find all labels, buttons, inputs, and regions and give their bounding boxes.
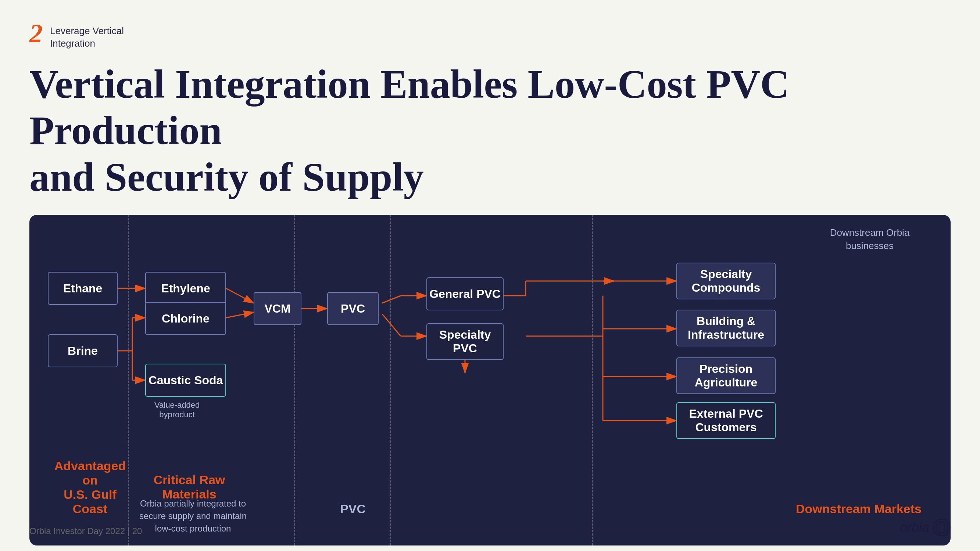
svg-line-7 bbox=[226, 288, 254, 303]
brine-box: Brine bbox=[48, 334, 118, 367]
external-pvc-box: External PVC Customers bbox=[676, 402, 776, 439]
chlorine-box: Chlorine bbox=[145, 302, 226, 335]
svg-point-24 bbox=[936, 522, 948, 534]
specialty-pvc-box: Specialty PVC bbox=[426, 323, 504, 360]
step-label: Leverage Vertical Integration bbox=[50, 25, 124, 50]
critical-sub-label: Orbia partially integrated to secure sup… bbox=[134, 497, 252, 535]
vcm-box: VCM bbox=[254, 292, 301, 325]
divider-3 bbox=[390, 215, 391, 546]
downstream-label: Downstream Markets bbox=[789, 502, 929, 516]
svg-line-8 bbox=[226, 312, 254, 318]
diagram-container: Downstream Orbia businesses bbox=[29, 215, 951, 546]
logo-text: orbia bbox=[900, 520, 929, 535]
specialty-compounds-box: Specialty Compounds bbox=[676, 263, 776, 299]
ethylene-box: Ethylene bbox=[145, 272, 226, 305]
ethane-box: Ethane bbox=[48, 272, 118, 305]
caustic-soda-box: Caustic Soda bbox=[145, 364, 226, 397]
pvc-section-label: PVC bbox=[316, 502, 390, 516]
svg-point-25 bbox=[939, 522, 945, 534]
building-infrastructure-box: Building & Infrastructure bbox=[676, 310, 776, 346]
downstream-header: Downstream Orbia businesses bbox=[818, 226, 921, 253]
logo-icon bbox=[933, 519, 951, 536]
precision-agriculture-box: Precision Agriculture bbox=[676, 357, 776, 394]
page: 2 Leverage Vertical Integration Vertical… bbox=[0, 0, 980, 551]
caustic-sublabel: Value-added byproduct bbox=[154, 400, 200, 419]
general-pvc-box: General PVC bbox=[426, 277, 504, 310]
divider-4 bbox=[592, 215, 593, 546]
header-section: 2 Leverage Vertical Integration bbox=[29, 22, 951, 50]
svg-line-12 bbox=[382, 314, 401, 336]
step-number: 2 bbox=[29, 20, 43, 47]
pvc-box: PVC bbox=[327, 292, 379, 325]
main-title: Vertical Integration Enables Low-Cost PV… bbox=[29, 61, 951, 200]
divider-2 bbox=[294, 215, 295, 546]
footnote: Orbia Investor Day 2022 | 20 bbox=[29, 526, 142, 536]
advantaged-label: Advantaged on U.S. Gulf Coast bbox=[48, 459, 132, 516]
logo-area: orbia bbox=[900, 519, 951, 536]
svg-line-10 bbox=[382, 296, 401, 303]
